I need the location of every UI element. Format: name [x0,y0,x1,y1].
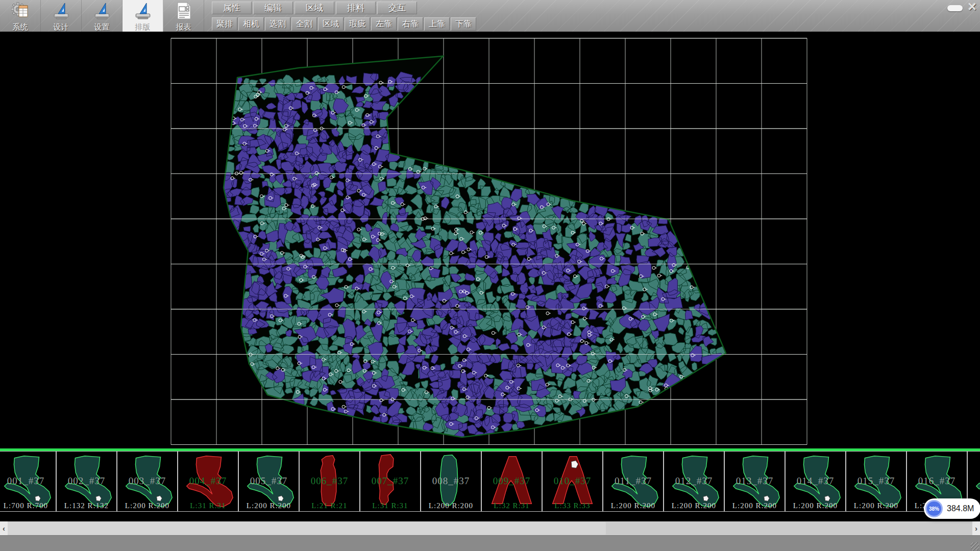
piece-thumbnail-004_#37[interactable]: 004_#37L:31 R:31 [178,451,238,512]
design-ruler-icon [52,2,70,22]
piece-thumbnail-007_#37[interactable]: 007_#37L:31 R:31 [360,451,421,512]
piece-id-label: 013_#37 [725,475,785,487]
minimize-icon[interactable] [947,5,963,11]
menu-bar: 属性编辑区域排料交互 [212,2,417,14]
piece-id-label: 005_#37 [239,475,299,487]
nesting-ruler-icon [134,2,152,22]
piece-thumbnail-011_#37[interactable]: 011_#37L:200 R:200 [603,451,664,512]
mode-button-5[interactable]: 报表 [163,0,204,32]
menu-item-1[interactable]: 属性 [212,2,252,14]
piece-id-label: 003_#37 [117,475,177,487]
action-button-8[interactable]: 右靠 [398,17,423,31]
piece-id-label: 004_#37 [178,475,238,487]
piece-thumbnail-strip: 001_#37L:700 R:700002_#37L:132 R:132003_… [0,451,980,521]
piece-id-label: 014_#37 [786,475,845,487]
menu-item-3[interactable]: 区域 [295,2,334,14]
mode-button-1[interactable]: 系统 [0,0,41,32]
close-icon[interactable]: ✕ [968,2,977,12]
piece-lr-count: L:200 R:200 [846,502,906,510]
piece-lr-count: L:200 R:200 [239,502,299,510]
piece-lr-count: L:31 R:31 [360,502,420,510]
mode-button-label: 排版 [135,22,151,32]
piece-lr-count: L:33 R:33 [543,502,602,510]
action-button-6[interactable]: 瑕疵 [345,17,370,31]
piece-id-label: 012_#37 [664,475,724,487]
scroll-left-icon[interactable]: ‹ [0,521,8,535]
piece-id-label: 002_#37 [57,475,116,487]
piece-thumbnail-015_#37[interactable]: 015_#37L:200 R:200 [846,451,906,512]
piece-thumbnail-012_#37[interactable]: 012_#37L:200 R:200 [664,451,724,512]
piece-id-label: 015_#37 [846,475,906,487]
piece-lr-count: L:200 R:200 [664,502,724,510]
settings-ruler-icon [93,2,111,22]
piece-thumbnail-002_#37[interactable]: 002_#37L:132 R:132 [56,451,117,512]
piece-lr-count: L:200 R:200 [117,502,177,510]
piece-id-label: 011_#37 [603,475,663,487]
mode-button-label: 设置 [94,22,110,32]
action-button-2[interactable]: 相机 [238,17,264,31]
piece-thumbnail-010_#37[interactable]: 010_#37L:33 R:33 [542,451,603,512]
piece-thumbnail-008_#37[interactable]: 008_#37L:200 R:200 [421,451,481,512]
scrollbar-track[interactable] [8,521,972,535]
piece-thumbnail-003_#37[interactable]: 003_#37L:200 R:200 [117,451,178,512]
action-button-10[interactable]: 下靠 [451,17,476,31]
mode-button-3[interactable]: 设置 [82,0,122,32]
progress-percent-icon: 38% [925,500,943,517]
status-bar [0,535,980,551]
scroll-right-icon[interactable]: › [972,521,980,535]
horizontal-scrollbar[interactable]: ‹ › [0,521,980,535]
mode-button-label: 设计 [54,22,69,32]
piece-lr-count: L:32 R:31 [482,502,542,510]
action-button-3[interactable]: 选割 [265,17,290,31]
action-button-9[interactable]: 上靠 [424,17,450,31]
piece-thumbnail-009_#37[interactable]: 009_#37L:32 R:31 [481,451,542,512]
piece-id-label: 010_#37 [543,475,602,487]
piece-id-label: 008_#37 [421,475,481,487]
piece-thumbnail-005_#37[interactable]: 005_#37L:200 R:200 [238,451,299,512]
action-button-4[interactable]: 全割 [291,17,317,31]
memory-usage-label: 384.8M [947,504,974,513]
nesting-canvas[interactable] [0,32,980,448]
piece-lr-count: L:132 R:132 [57,502,116,510]
nesting-drawing [0,32,980,448]
progress-badge: 38% 384.8M [924,498,980,519]
piece-id-label: 0 [968,475,980,487]
menu-item-4[interactable]: 排料 [336,2,376,14]
action-button-5[interactable]: 区域 [318,17,344,31]
piece-id-label: 007_#37 [360,475,420,487]
system-gear-icon [11,2,30,22]
action-button-1[interactable]: 聚排 [212,17,237,31]
piece-lr-count: L:31 R:31 [178,502,238,510]
piece-id-label: 009_#37 [482,475,542,487]
piece-lr-count: L:700 R:700 [0,502,56,510]
piece-lr-count: L:200 R:200 [603,502,663,510]
piece-id-label: 006_#37 [300,475,359,487]
mode-buttons: 系统 设计 设置 排版 报表 [0,0,204,32]
mode-button-label: 报表 [176,22,191,32]
menu-item-5[interactable]: 交互 [377,2,417,14]
menu-item-2[interactable]: 编辑 [253,2,293,14]
piece-lr-count: L:200 R:200 [421,502,481,510]
piece-thumbnail-013_#37[interactable]: 013_#37L:200 R:200 [724,451,785,512]
piece-lr-count: L:200 R:200 [786,502,845,510]
scrollbar-thumb[interactable] [8,522,606,535]
piece-lr-count: L:200 R:200 [725,502,785,510]
piece-lr-count: L:21 R:21 [300,502,359,510]
resize-grip-icon[interactable] [971,542,979,550]
mode-button-label: 系统 [13,22,28,32]
mode-button-2[interactable]: 设计 [41,0,82,32]
report-document-icon [175,2,193,22]
piece-id-label: 001_#37 [0,475,56,487]
action-toolbar: 聚排相机选割全割区域瑕疵左靠右靠上靠下靠 [212,17,476,31]
window-controls: ✕ [947,2,977,12]
piece-thumbnail-006_#37[interactable]: 006_#37L:21 R:21 [299,451,360,512]
action-button-7[interactable]: 左靠 [371,17,397,31]
piece-thumbnail-014_#37[interactable]: 014_#37L:200 R:200 [785,451,846,512]
mode-button-4[interactable]: 排版 [122,0,163,32]
piece-thumbnail-001_#37[interactable]: 001_#37L:700 R:700 [0,451,56,512]
piece-id-label: 016_#37 [907,475,967,487]
application-window: 系统 设计 设置 排版 报表 属性编辑区域排料交互 聚排相机选割全割区域瑕疵左靠… [0,0,980,551]
main-toolbar: 系统 设计 设置 排版 报表 属性编辑区域排料交互 聚排相机选割全割区域瑕疵左靠… [0,0,980,32]
